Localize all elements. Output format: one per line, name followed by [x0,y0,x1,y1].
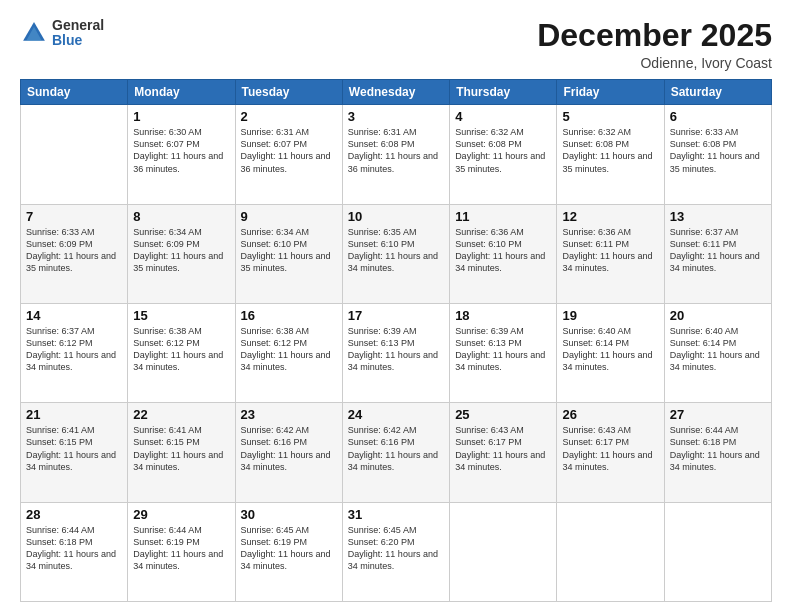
day-number: 25 [455,407,551,422]
day-info: Sunrise: 6:38 AMSunset: 6:12 PMDaylight:… [241,325,337,374]
calendar-cell: 8Sunrise: 6:34 AMSunset: 6:09 PMDaylight… [128,204,235,303]
calendar-header-saturday: Saturday [664,80,771,105]
day-info: Sunrise: 6:45 AMSunset: 6:19 PMDaylight:… [241,524,337,573]
calendar-header-sunday: Sunday [21,80,128,105]
day-number: 6 [670,109,766,124]
day-number: 5 [562,109,658,124]
day-info: Sunrise: 6:33 AMSunset: 6:08 PMDaylight:… [670,126,766,175]
calendar-week-5: 28Sunrise: 6:44 AMSunset: 6:18 PMDayligh… [21,502,772,601]
day-number: 9 [241,209,337,224]
day-info: Sunrise: 6:39 AMSunset: 6:13 PMDaylight:… [455,325,551,374]
logo-general: General [52,17,104,33]
day-info: Sunrise: 6:45 AMSunset: 6:20 PMDaylight:… [348,524,444,573]
day-info: Sunrise: 6:36 AMSunset: 6:10 PMDaylight:… [455,226,551,275]
day-number: 12 [562,209,658,224]
day-number: 2 [241,109,337,124]
calendar-cell: 2Sunrise: 6:31 AMSunset: 6:07 PMDaylight… [235,105,342,204]
location: Odienne, Ivory Coast [537,55,772,71]
logo: General Blue [20,18,104,49]
calendar-cell: 16Sunrise: 6:38 AMSunset: 6:12 PMDayligh… [235,303,342,402]
calendar-header-row: SundayMondayTuesdayWednesdayThursdayFrid… [21,80,772,105]
calendar-header-wednesday: Wednesday [342,80,449,105]
calendar-cell: 3Sunrise: 6:31 AMSunset: 6:08 PMDaylight… [342,105,449,204]
title-block: December 2025 Odienne, Ivory Coast [537,18,772,71]
day-number: 22 [133,407,229,422]
page: General Blue December 2025 Odienne, Ivor… [0,0,792,612]
calendar-cell: 23Sunrise: 6:42 AMSunset: 6:16 PMDayligh… [235,403,342,502]
logo-blue: Blue [52,32,82,48]
day-number: 16 [241,308,337,323]
day-info: Sunrise: 6:35 AMSunset: 6:10 PMDaylight:… [348,226,444,275]
day-number: 24 [348,407,444,422]
calendar-cell: 14Sunrise: 6:37 AMSunset: 6:12 PMDayligh… [21,303,128,402]
day-info: Sunrise: 6:33 AMSunset: 6:09 PMDaylight:… [26,226,122,275]
header: General Blue December 2025 Odienne, Ivor… [20,18,772,71]
calendar-cell: 4Sunrise: 6:32 AMSunset: 6:08 PMDaylight… [450,105,557,204]
calendar-header-thursday: Thursday [450,80,557,105]
calendar-header-monday: Monday [128,80,235,105]
calendar-cell: 27Sunrise: 6:44 AMSunset: 6:18 PMDayligh… [664,403,771,502]
day-info: Sunrise: 6:43 AMSunset: 6:17 PMDaylight:… [455,424,551,473]
day-info: Sunrise: 6:40 AMSunset: 6:14 PMDaylight:… [562,325,658,374]
calendar-cell [557,502,664,601]
day-info: Sunrise: 6:40 AMSunset: 6:14 PMDaylight:… [670,325,766,374]
day-info: Sunrise: 6:42 AMSunset: 6:16 PMDaylight:… [348,424,444,473]
day-number: 4 [455,109,551,124]
day-info: Sunrise: 6:39 AMSunset: 6:13 PMDaylight:… [348,325,444,374]
calendar-header-friday: Friday [557,80,664,105]
calendar-cell: 7Sunrise: 6:33 AMSunset: 6:09 PMDaylight… [21,204,128,303]
day-number: 21 [26,407,122,422]
calendar-cell [450,502,557,601]
calendar-cell: 20Sunrise: 6:40 AMSunset: 6:14 PMDayligh… [664,303,771,402]
day-info: Sunrise: 6:43 AMSunset: 6:17 PMDaylight:… [562,424,658,473]
day-number: 3 [348,109,444,124]
day-number: 23 [241,407,337,422]
calendar-cell: 28Sunrise: 6:44 AMSunset: 6:18 PMDayligh… [21,502,128,601]
day-info: Sunrise: 6:38 AMSunset: 6:12 PMDaylight:… [133,325,229,374]
calendar-cell: 5Sunrise: 6:32 AMSunset: 6:08 PMDaylight… [557,105,664,204]
calendar-cell: 13Sunrise: 6:37 AMSunset: 6:11 PMDayligh… [664,204,771,303]
calendar-cell: 25Sunrise: 6:43 AMSunset: 6:17 PMDayligh… [450,403,557,502]
day-info: Sunrise: 6:42 AMSunset: 6:16 PMDaylight:… [241,424,337,473]
day-info: Sunrise: 6:37 AMSunset: 6:12 PMDaylight:… [26,325,122,374]
calendar-cell: 21Sunrise: 6:41 AMSunset: 6:15 PMDayligh… [21,403,128,502]
day-number: 18 [455,308,551,323]
calendar-cell [664,502,771,601]
calendar-cell: 11Sunrise: 6:36 AMSunset: 6:10 PMDayligh… [450,204,557,303]
calendar-cell: 26Sunrise: 6:43 AMSunset: 6:17 PMDayligh… [557,403,664,502]
calendar-cell: 18Sunrise: 6:39 AMSunset: 6:13 PMDayligh… [450,303,557,402]
day-number: 14 [26,308,122,323]
calendar-cell: 22Sunrise: 6:41 AMSunset: 6:15 PMDayligh… [128,403,235,502]
day-info: Sunrise: 6:41 AMSunset: 6:15 PMDaylight:… [133,424,229,473]
calendar-cell: 29Sunrise: 6:44 AMSunset: 6:19 PMDayligh… [128,502,235,601]
calendar-cell: 6Sunrise: 6:33 AMSunset: 6:08 PMDaylight… [664,105,771,204]
month-title: December 2025 [537,18,772,53]
day-number: 1 [133,109,229,124]
day-info: Sunrise: 6:44 AMSunset: 6:18 PMDaylight:… [26,524,122,573]
calendar-cell [21,105,128,204]
calendar-cell: 31Sunrise: 6:45 AMSunset: 6:20 PMDayligh… [342,502,449,601]
calendar-week-1: 1Sunrise: 6:30 AMSunset: 6:07 PMDaylight… [21,105,772,204]
day-info: Sunrise: 6:37 AMSunset: 6:11 PMDaylight:… [670,226,766,275]
calendar-header-tuesday: Tuesday [235,80,342,105]
calendar-cell: 15Sunrise: 6:38 AMSunset: 6:12 PMDayligh… [128,303,235,402]
day-number: 7 [26,209,122,224]
day-info: Sunrise: 6:31 AMSunset: 6:08 PMDaylight:… [348,126,444,175]
day-info: Sunrise: 6:32 AMSunset: 6:08 PMDaylight:… [562,126,658,175]
day-info: Sunrise: 6:31 AMSunset: 6:07 PMDaylight:… [241,126,337,175]
day-number: 31 [348,507,444,522]
day-info: Sunrise: 6:36 AMSunset: 6:11 PMDaylight:… [562,226,658,275]
logo-text: General Blue [52,18,104,49]
day-number: 11 [455,209,551,224]
calendar-week-3: 14Sunrise: 6:37 AMSunset: 6:12 PMDayligh… [21,303,772,402]
calendar-week-4: 21Sunrise: 6:41 AMSunset: 6:15 PMDayligh… [21,403,772,502]
calendar-cell: 10Sunrise: 6:35 AMSunset: 6:10 PMDayligh… [342,204,449,303]
calendar-cell: 24Sunrise: 6:42 AMSunset: 6:16 PMDayligh… [342,403,449,502]
day-info: Sunrise: 6:32 AMSunset: 6:08 PMDaylight:… [455,126,551,175]
day-info: Sunrise: 6:41 AMSunset: 6:15 PMDaylight:… [26,424,122,473]
day-number: 28 [26,507,122,522]
logo-icon [20,19,48,47]
day-info: Sunrise: 6:34 AMSunset: 6:09 PMDaylight:… [133,226,229,275]
day-number: 10 [348,209,444,224]
calendar-cell: 19Sunrise: 6:40 AMSunset: 6:14 PMDayligh… [557,303,664,402]
